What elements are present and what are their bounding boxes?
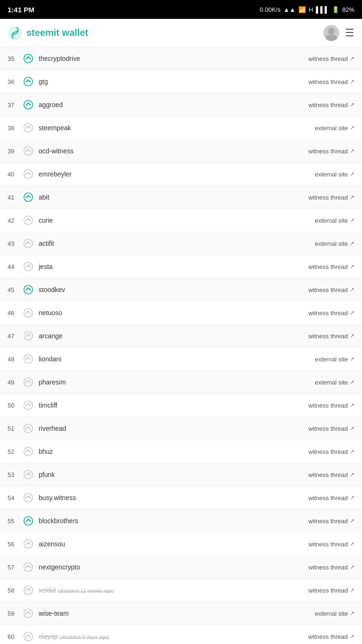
witness-rank: 37 [8,101,22,109]
vote-button[interactable] [22,537,35,551]
vote-button[interactable] [22,121,35,134]
witness-row: 41 abitwitness thread ↗ [0,186,362,209]
vote-button[interactable] [22,584,35,597]
witness-link[interactable]: witness thread ↗ [308,448,354,455]
hamburger-menu-icon[interactable]: ☰ [345,27,354,39]
vote-button[interactable] [22,191,35,204]
witness-row: 49 pharesimexternal site ↗ [0,371,362,394]
external-link-icon: ↗ [350,564,354,570]
witness-name: netuoso [39,309,308,317]
witness-row: 51 riverheadwitness thread ↗ [0,417,362,440]
witness-name: xeldal(disabled 11 weeks ago) [39,586,308,594]
witness-link[interactable]: external site ↗ [315,125,354,132]
witness-link[interactable]: witness thread ↗ [308,55,354,62]
vote-button[interactable] [22,422,35,435]
link-text: witness thread [308,78,348,85]
svg-point-23 [24,517,33,525]
witness-link[interactable]: external site ↗ [315,379,354,386]
witness-link[interactable]: witness thread ↗ [308,286,354,293]
witness-rank: 55 [8,518,22,525]
witness-rank: 43 [8,240,22,247]
witness-rank: 48 [8,356,22,363]
witness-link[interactable]: witness thread ↗ [308,633,354,640]
external-link-icon: ↗ [350,402,354,409]
witness-row: 40 emrebeylerexternal site ↗ [0,163,362,186]
user-avatar[interactable] [323,25,339,41]
witness-link[interactable]: external site ↗ [315,356,354,363]
external-link-icon: ↗ [350,263,354,270]
witness-rank: 56 [8,541,22,548]
svg-point-9 [24,193,33,201]
vote-button[interactable] [22,560,35,574]
witness-link[interactable]: witness thread ↗ [308,194,354,201]
vote-button[interactable] [22,214,35,227]
vote-button[interactable] [22,260,35,273]
svg-point-13 [24,285,33,294]
witness-name: riverhead [39,425,308,432]
link-text: witness thread [308,494,348,502]
vote-button[interactable] [22,468,35,481]
vote-button[interactable] [22,144,35,158]
witness-link[interactable]: external site ↗ [315,610,354,617]
witness-row: 37 aggroedwitness thread ↗ [0,93,362,117]
witness-row: 57 nextgencryptowitness thread ↗ [0,556,362,579]
witness-link[interactable]: witness thread ↗ [308,402,354,409]
vote-button[interactable] [22,607,35,620]
vote-button[interactable] [22,399,35,412]
witness-link[interactable]: witness thread ↗ [308,541,354,548]
witness-link[interactable]: witness thread ↗ [308,494,354,502]
svg-point-10 [24,216,33,225]
vote-button[interactable] [22,329,35,343]
vote-button[interactable] [22,52,35,65]
witness-link[interactable]: witness thread ↗ [308,471,354,478]
witness-name: pfunk [39,471,308,478]
witness-link[interactable]: witness thread ↗ [308,309,354,317]
disabled-label: (disabled 11 weeks ago) [58,588,114,594]
vote-button[interactable] [22,75,35,88]
witness-link[interactable]: witness thread ↗ [308,564,354,571]
header: steemit wallet ☰ [0,19,362,47]
svg-point-6 [24,124,33,132]
vote-button[interactable] [22,630,35,643]
witness-link[interactable]: external site ↗ [315,240,354,247]
link-text: witness thread [308,333,348,340]
witness-rank: 44 [8,263,22,270]
svg-point-27 [24,609,33,618]
vote-button[interactable] [22,376,35,389]
status-bar: 1:41 PM 0.00K/s ▲▲ 📶 H ▌▌▌ 🔋 82% [0,0,362,19]
witness-link[interactable]: external site ↗ [315,171,354,178]
witness-link[interactable]: witness thread ↗ [308,587,354,594]
witness-link[interactable]: witness thread ↗ [308,263,354,270]
vote-button[interactable] [22,167,35,181]
witness-link[interactable]: witness thread ↗ [308,148,354,155]
external-link-icon: ↗ [350,125,354,131]
link-text: witness thread [308,101,348,109]
witness-row: 50 timcliffwitness thread ↗ [0,394,362,417]
witness-link[interactable]: witness thread ↗ [308,425,354,432]
vote-button[interactable] [22,306,35,319]
vote-button[interactable] [22,98,35,111]
vote-button[interactable] [22,445,35,458]
vote-button[interactable] [22,283,35,296]
witness-row: 45 stoodkevwitness thread ↗ [0,278,362,301]
witness-link[interactable]: witness thread ↗ [308,518,354,525]
witness-link[interactable]: witness thread ↗ [308,333,354,340]
vote-button[interactable] [22,352,35,366]
external-link-icon: ↗ [350,194,354,201]
vote-button[interactable] [22,514,35,527]
witness-row: 43 actifitexternal site ↗ [0,232,362,255]
battery-icon: 🔋 [332,6,339,13]
witness-link[interactable]: witness thread ↗ [308,101,354,109]
witness-list: 35 thecryptodrivewitness thread ↗36 gtgw… [0,47,362,644]
witness-link[interactable]: external site ↗ [315,217,354,224]
witness-rank: 39 [8,148,22,155]
witness-name: curie [39,217,315,224]
link-text: witness thread [308,402,348,409]
status-battery: 82% [342,6,354,13]
external-link-icon: ↗ [350,333,354,339]
witness-link[interactable]: witness thread ↗ [308,78,354,85]
witness-row: 46 netuosowitness thread ↗ [0,301,362,325]
vote-button[interactable] [22,491,35,504]
witness-rank: 53 [8,471,22,478]
vote-button[interactable] [22,237,35,250]
